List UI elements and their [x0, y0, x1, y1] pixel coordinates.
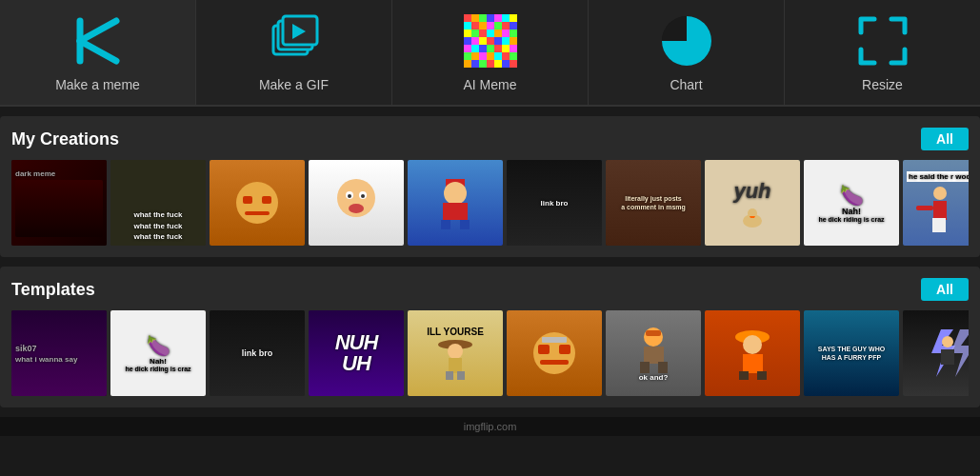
svg-line-1	[80, 21, 116, 41]
chart-nav[interactable]: Chart	[589, 0, 785, 105]
creation-thumb-2[interactable]: what the fuckwhat the fuckwhat the fuck	[110, 160, 206, 246]
svg-rect-90	[542, 337, 567, 343]
my-creations-all-button[interactable]: All	[921, 128, 969, 150]
template-thumb-10[interactable]	[903, 310, 969, 396]
creation-thumb-1[interactable]: dark meme	[11, 160, 107, 246]
creation-thumb-9[interactable]: 🍆 Nah! he dick riding is craz	[804, 160, 899, 246]
chart-icon	[658, 12, 715, 69]
creation-thumb-4[interactable]	[309, 160, 404, 246]
svg-rect-37	[471, 45, 479, 52]
templates-header: Templates All	[11, 278, 969, 301]
svg-rect-77	[933, 201, 947, 220]
creation-thumb-5[interactable]	[408, 160, 503, 246]
ai-meme-label: AI Meme	[463, 77, 516, 92]
svg-rect-21	[510, 22, 517, 30]
templates-thumbnails: sik07 what i wanna say 🍆 Nah! he dick ri…	[11, 310, 969, 396]
top-navigation: Make a meme Make a GIF	[0, 0, 980, 107]
svg-rect-83	[449, 358, 462, 373]
svg-rect-59	[243, 196, 252, 204]
template-thumb-8[interactable]	[705, 310, 800, 396]
template-thumb-5[interactable]: ILL YOURSE	[408, 310, 503, 396]
my-creations-section: My Creations All dark meme what the fuck…	[0, 116, 980, 257]
template-thumb-2[interactable]: 🍆 Nah! he dick riding is craz	[110, 310, 206, 396]
svg-rect-70	[443, 203, 468, 220]
meme-icon	[70, 12, 127, 69]
templates-all-button[interactable]: All	[921, 278, 969, 301]
svg-rect-18	[487, 22, 494, 30]
svg-rect-44	[471, 52, 479, 60]
ai-meme-icon	[462, 12, 519, 69]
svg-rect-85	[457, 371, 465, 380]
svg-rect-92	[646, 330, 661, 336]
my-creations-title: My Creations	[11, 129, 119, 149]
svg-rect-53	[487, 60, 494, 68]
svg-point-67	[349, 204, 364, 213]
svg-rect-26	[494, 30, 502, 37]
svg-rect-39	[487, 45, 494, 52]
svg-rect-71	[441, 220, 450, 229]
svg-rect-10	[479, 14, 487, 22]
svg-point-65	[348, 194, 351, 198]
svg-rect-49	[510, 52, 517, 60]
svg-point-82	[448, 344, 463, 359]
template-thumb-3[interactable]: link bro	[210, 310, 305, 396]
svg-rect-23	[471, 30, 479, 37]
svg-rect-24	[479, 30, 487, 37]
svg-rect-28	[510, 30, 517, 37]
svg-rect-104	[941, 349, 954, 365]
my-creations-thumbnails: dark meme what the fuckwhat the fuckwhat…	[11, 160, 969, 246]
make-gif-nav[interactable]: Make a GIF	[196, 0, 392, 105]
svg-point-69	[444, 182, 467, 205]
svg-rect-88	[559, 345, 570, 354]
creation-thumb-6[interactable]: link bro	[507, 160, 602, 246]
svg-rect-52	[479, 60, 487, 68]
svg-rect-33	[494, 37, 502, 45]
svg-rect-38	[479, 45, 487, 52]
svg-rect-36	[464, 45, 471, 52]
creation-thumb-3[interactable]	[210, 160, 305, 246]
creation-thumb-8[interactable]: yuh	[705, 160, 800, 246]
svg-rect-20	[502, 22, 510, 30]
template-thumb-6[interactable]	[507, 310, 602, 396]
svg-rect-16	[471, 22, 479, 30]
svg-rect-100	[757, 371, 767, 380]
ai-meme-nav[interactable]: AI Meme	[392, 0, 589, 105]
svg-rect-72	[460, 220, 470, 229]
templates-section: Templates All sik07 what i wanna say 🍆 N…	[0, 267, 980, 407]
svg-rect-19	[494, 22, 502, 30]
svg-point-97	[743, 335, 762, 354]
svg-rect-47	[494, 52, 502, 60]
template-thumb-1[interactable]: sik07 what i wanna say	[11, 310, 107, 396]
creation-thumb-7[interactable]: literally just postsa comment in msmg	[606, 160, 701, 246]
gif-icon	[266, 12, 323, 69]
svg-rect-55	[502, 60, 510, 68]
resize-nav[interactable]: Resize	[785, 0, 980, 105]
creation-thumb-10[interactable]: he said the r wodr	[903, 160, 969, 246]
svg-rect-93	[644, 347, 664, 364]
svg-rect-35	[510, 37, 517, 45]
svg-rect-41	[502, 45, 510, 52]
template-thumb-9[interactable]: SAYS THE GUY WHOHAS A FURRY PFP	[804, 310, 899, 396]
resize-icon	[854, 12, 911, 69]
svg-point-103	[942, 336, 953, 347]
svg-rect-43	[464, 52, 471, 60]
my-creations-header: My Creations All	[11, 128, 969, 150]
template-thumb-7[interactable]: ok and?	[606, 310, 701, 396]
make-meme-nav[interactable]: Make a meme	[0, 0, 196, 105]
svg-rect-17	[479, 22, 487, 30]
svg-rect-95	[658, 362, 668, 373]
svg-rect-78	[932, 218, 939, 232]
chart-label: Chart	[670, 77, 702, 92]
svg-rect-29	[464, 37, 471, 45]
svg-rect-48	[502, 52, 510, 60]
svg-rect-98	[743, 354, 763, 373]
svg-rect-87	[538, 345, 550, 354]
svg-rect-14	[510, 14, 517, 22]
template-thumb-4[interactable]: NUHUH	[309, 310, 404, 396]
svg-rect-13	[502, 14, 510, 22]
svg-rect-54	[494, 60, 502, 68]
resize-label: Resize	[862, 77, 903, 92]
svg-rect-15	[464, 22, 471, 30]
svg-rect-84	[446, 371, 453, 380]
svg-rect-60	[262, 196, 271, 204]
